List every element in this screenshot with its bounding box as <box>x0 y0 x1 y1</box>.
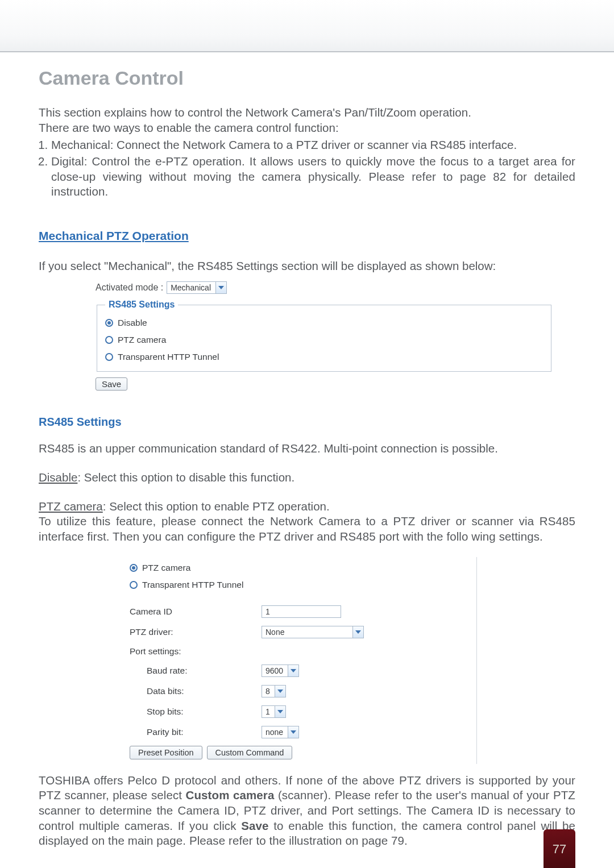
ptz-driver-row: PTZ driver: None <box>113 622 476 642</box>
chevron-down-icon <box>275 706 285 717</box>
rs485-legend: RS485 Settings <box>105 300 178 310</box>
svg-marker-5 <box>291 730 296 734</box>
way-digital: Digital: Control the e-PTZ operation. It… <box>51 154 575 200</box>
radio-disable-label: Disable <box>118 318 147 328</box>
stop-bits-row: Stop bits: 1 <box>113 701 476 722</box>
parity-bit-select[interactable]: none <box>262 726 299 738</box>
baud-rate-label: Baud rate: <box>130 666 256 676</box>
svg-marker-4 <box>277 710 283 713</box>
svg-marker-0 <box>218 286 224 289</box>
intro-paragraph: This section explains how to control the… <box>39 105 575 200</box>
chevron-down-icon <box>288 726 298 738</box>
stop-bits-select[interactable]: 1 <box>262 705 286 718</box>
ways-list: Mechanical: Connect the Network Camera t… <box>39 138 575 200</box>
radio-transparent-label: Transparent HTTP Tunnel <box>118 352 219 362</box>
activated-mode-select[interactable]: Mechanical <box>167 281 227 294</box>
stop-bits-label: Stop bits: <box>130 707 256 717</box>
ptz-para: To utilize this feature, please connect … <box>39 514 575 544</box>
ptz-radio-ptz-camera[interactable]: PTZ camera <box>113 559 476 576</box>
data-bits-label: Data bits: <box>130 686 256 696</box>
page-number-value: 77 <box>553 842 566 857</box>
radio-icon <box>130 564 138 572</box>
port-settings-label: Port settings: <box>130 646 256 657</box>
mechanical-intro: If you select "Mechanical", the RS485 Se… <box>39 259 575 274</box>
closing-paragraph: TOSHIBA offers Pelco D protocol and othe… <box>39 773 575 849</box>
data-bits-value: 8 <box>262 686 275 697</box>
radio-ptz-label: PTZ camera <box>118 335 166 345</box>
rs485-intro: RS485 is an upper communication standard… <box>39 441 575 456</box>
disable-rest: : Select this option to disable this fun… <box>77 471 294 484</box>
ptz-driver-label: PTZ driver: <box>130 627 256 637</box>
activated-mode-label: Activated mode : <box>96 283 163 293</box>
closing-bold-save: Save <box>241 819 268 832</box>
ptz-underlined: PTZ camera <box>39 500 103 513</box>
camera-id-row: Camera ID <box>113 601 476 622</box>
save-button[interactable]: Save <box>96 377 127 391</box>
chevron-down-icon <box>352 626 363 638</box>
rs485-fieldset: RS485 Settings Disable PTZ camera Transp… <box>97 300 551 372</box>
mechanical-ptz-heading: Mechanical PTZ Operation <box>39 229 575 243</box>
mechanical-ptz-link[interactable]: Mechanical PTZ Operation <box>39 229 189 242</box>
baud-rate-select[interactable]: 9600 <box>262 665 299 677</box>
panel2-transparent-label: Transparent HTTP Tunnel <box>142 580 243 590</box>
activated-mode-value: Mechanical <box>167 282 215 293</box>
ptz-rest: : Select this option to enable PTZ opera… <box>103 500 330 513</box>
radio-ptz-camera[interactable]: PTZ camera <box>105 331 543 348</box>
page-number-tab: 77 <box>544 829 575 868</box>
parity-bit-value: none <box>262 726 288 738</box>
ptz-driver-select[interactable]: None <box>262 626 364 638</box>
disable-explain: Disable: Select this option to disable t… <box>39 470 575 485</box>
stop-bits-value: 1 <box>262 706 275 717</box>
baud-rate-row: Baud rate: 9600 <box>113 661 476 681</box>
intro-line-1: This section explains how to control the… <box>39 105 575 121</box>
chevron-down-icon <box>215 282 226 293</box>
baud-rate-value: 9600 <box>262 665 288 676</box>
radio-disable[interactable]: Disable <box>105 314 543 331</box>
ptz-radio-transparent[interactable]: Transparent HTTP Tunnel <box>113 576 476 593</box>
rs485-settings-panel: Activated mode : Mechanical RS485 Settin… <box>96 281 550 391</box>
ptz-explain: PTZ camera: Select this option to enable… <box>39 499 575 514</box>
ptz-config-panel: PTZ camera Transparent HTTP Tunnel Camer… <box>113 557 477 764</box>
svg-marker-1 <box>355 630 361 634</box>
page-title: Camera Control <box>39 67 575 89</box>
data-bits-select[interactable]: 8 <box>262 685 286 697</box>
radio-transparent-tunnel[interactable]: Transparent HTTP Tunnel <box>105 348 543 366</box>
camera-id-input[interactable] <box>262 605 341 618</box>
ptz-driver-value: None <box>262 626 352 638</box>
radio-icon <box>105 353 113 361</box>
port-settings-row: Port settings: <box>113 642 476 661</box>
radio-icon <box>130 581 138 589</box>
radio-icon <box>105 319 113 327</box>
way-mechanical: Mechanical: Connect the Network Camera t… <box>51 138 575 153</box>
camera-id-label: Camera ID <box>130 607 256 617</box>
chevron-down-icon <box>288 665 298 676</box>
preset-position-button[interactable]: Preset Position <box>130 746 202 759</box>
parity-bit-row: Parity bit: none <box>113 722 476 742</box>
closing-bold-custom-camera: Custom camera <box>186 788 275 801</box>
data-bits-row: Data bits: 8 <box>113 681 476 701</box>
panel2-ptz-label: PTZ camera <box>142 563 190 573</box>
svg-marker-2 <box>291 669 296 672</box>
custom-command-button[interactable]: Custom Command <box>207 746 293 759</box>
radio-icon <box>105 336 113 344</box>
intro-line-2: There are two ways to enable the camera … <box>39 121 575 136</box>
rs485-settings-heading: RS485 Settings <box>39 416 575 429</box>
disable-underlined: Disable <box>39 471 77 484</box>
chevron-down-icon <box>275 686 285 697</box>
parity-bit-label: Parity bit: <box>130 727 256 737</box>
svg-marker-3 <box>277 690 283 693</box>
